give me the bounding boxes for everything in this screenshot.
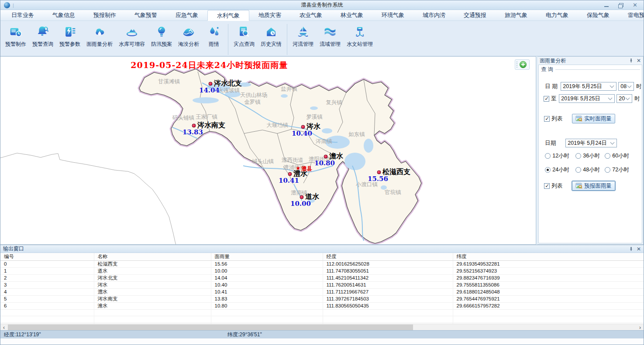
toolbar-button-预警制作[interactable]: 预警制作 [2,23,29,49]
table-cell [211,309,323,316]
forecast-date-select[interactable]: 2019年 5月24日 [565,139,617,147]
horizontal-scrollbar[interactable]: ‹ › [0,324,644,331]
column-header-编号[interactable]: 编号 [0,253,94,260]
toolbar-label: 历史灾情 [261,41,282,48]
station-dot[interactable] [209,82,213,86]
radio-72小时[interactable]: 72小时 [605,166,640,174]
radio-label: 72小时 [612,166,629,174]
menu-item-应急气象[interactable]: 应急气象 [166,10,207,20]
menu-item-城市内涝[interactable]: 城市内涝 [413,10,455,20]
menu-item-保险气象[interactable]: 保险气象 [578,10,619,20]
to-label: 至 [551,95,559,102]
table-cell: 29.7654476975921 [453,295,644,302]
menu-item-电力气象[interactable]: 电力气象 [537,10,578,20]
column-header-经度[interactable]: 经度 [323,253,453,260]
radio-48小时[interactable]: 48小时 [575,166,605,174]
town-label: 码头铺镇 [172,114,194,122]
station-dot[interactable] [301,125,305,129]
map-add-button[interactable] [515,59,530,70]
forecast-list-checkbox[interactable] [544,183,550,189]
table-cell: 111.76200514631 [323,281,453,288]
menu-item-气象信息[interactable]: 气象信息 [43,10,84,20]
toolbar-label: 雨情 [209,41,219,48]
toolbar-button-预警参数[interactable]: 预警参数 [56,23,83,49]
close-icon[interactable]: ✕ [633,2,637,8]
station-dot[interactable] [377,171,381,174]
table-row[interactable]: 2涔水北支14.04111.45210541134229.88234767169… [0,274,644,281]
radio-36小时[interactable]: 36小时 [575,152,605,160]
table-cell: 澧水 [94,288,211,295]
radio-60小时[interactable]: 60小时 [605,152,640,160]
scrollbar-thumb[interactable] [8,325,413,330]
toolbar-button-历史灾情[interactable]: 历史灾情 [258,23,285,49]
table-row[interactable]: 3涔水10.40111.7620051463129.7555811355086 [0,281,644,288]
start-hour-select[interactable]: 08 [618,82,634,91]
toolbar-button-灾点查询[interactable]: 灾点查询 [231,23,258,49]
table-row[interactable]: 1道水10.00111.74708305505129.552156374923 [0,267,644,274]
toolbar-button-水库可增容[interactable]: 水库可增容 [116,23,148,49]
toolbar-button-预警查询[interactable]: 预警查询 [29,23,56,49]
table-cell: 111.830565050435 [323,302,453,309]
menu-item-旅游气象[interactable]: 旅游气象 [496,10,537,20]
menu-item-交通预报[interactable]: 交通预报 [455,10,496,20]
radio-12小时[interactable]: 12小时 [545,152,575,160]
menu-item-地质灾害[interactable]: 地质灾害 [249,10,290,20]
station-dot[interactable] [300,195,304,199]
menu-item-农业气象[interactable]: 农业气象 [290,10,331,20]
output-header: 输出窗口 ✕ [0,245,644,253]
menu-item-雷电预警[interactable]: 雷电预警 [619,10,644,20]
radio-24小时[interactable]: 24小时 [545,166,575,174]
column-header-名称[interactable]: 名称 [94,253,211,260]
end-date-select[interactable]: 2019年 5月25日 [559,94,615,103]
toolbar-button-淹没分析[interactable]: 淹没分析 [175,23,202,49]
scroll-right-icon[interactable]: › [637,324,644,331]
menu-item-水利气象[interactable]: 水利气象 [207,10,249,21]
forecast-area-rain-button[interactable]: 预报面雨量 [572,181,615,191]
restore-icon[interactable] [618,3,623,7]
menu-item-林业气象[interactable]: 林业气象 [331,10,372,20]
table-row[interactable]: 5涔水南支13.83111.39726718450329.76544769759… [0,295,644,302]
pin-icon[interactable] [629,246,633,252]
table-cell: 14.04 [211,274,323,281]
toolbar-label: 水库可增容 [119,41,145,48]
station-dot[interactable] [288,172,292,176]
town-label: 盐井镇 [281,85,297,93]
start-date-select[interactable]: 2019年 5月25日 [561,82,616,91]
radio-label: 36小时 [583,152,600,160]
forecast-date-label: 日期 [545,140,565,147]
minimize-icon[interactable] [604,3,609,7]
realtime-area-rain-button[interactable]: 实时面雨量 [572,114,615,123]
toolbar-button-流域管理[interactable]: 流域管理 [317,23,344,49]
list-checkbox[interactable] [544,116,550,122]
radio-label: 60小时 [612,152,629,160]
table-row-empty [0,309,644,316]
town-label: 城头山镇 [252,158,274,165]
column-header-纬度[interactable]: 纬度 [453,253,644,260]
toolbar-button-防汛预案[interactable]: 防汛预案 [148,23,175,49]
table-cell: 3 [0,281,94,288]
station-value: 13.83 [183,128,203,136]
toolbar-button-河流管理[interactable]: 河流管理 [289,23,317,49]
end-hour-select[interactable]: 20 [616,94,632,103]
toolbar-button-水文站管理[interactable]: 水文站管理 [344,23,376,49]
table-row[interactable]: 6澹水10.80111.83056505043529.6666157957282 [0,302,644,309]
station-dot[interactable] [192,124,196,128]
panel-close-icon[interactable]: ✕ [637,58,641,64]
station-dot[interactable] [324,155,328,159]
column-header-面雨量[interactable]: 面雨量 [211,253,323,260]
table-row[interactable]: 0松滋西支15.56112.00162562502829.61935495322… [0,260,644,267]
menu-item-预报制作[interactable]: 预报制作 [84,10,125,20]
menu-item-环境气象[interactable]: 环境气象 [372,10,413,20]
toolbar-button-雨情[interactable]: 雨情 [202,23,226,49]
table-cell: 松滋西支 [94,260,211,267]
menu-item-日常业务[interactable]: 日常业务 [2,10,43,20]
output-close-icon[interactable]: ✕ [637,246,641,252]
chevron-down-icon [608,96,613,100]
scroll-left-icon[interactable]: ‹ [0,324,7,331]
pin-icon[interactable] [629,58,633,63]
end-time-checkbox[interactable] [544,96,549,102]
toolbar-button-面雨量分析[interactable]: 面雨量分析 [83,23,116,49]
menu-item-气象预警[interactable]: 气象预警 [125,10,166,20]
table-cell: 111.452105411342 [323,274,453,281]
table-row[interactable]: 4澧水10.41111.71121966762729.6188012485048 [0,288,644,295]
